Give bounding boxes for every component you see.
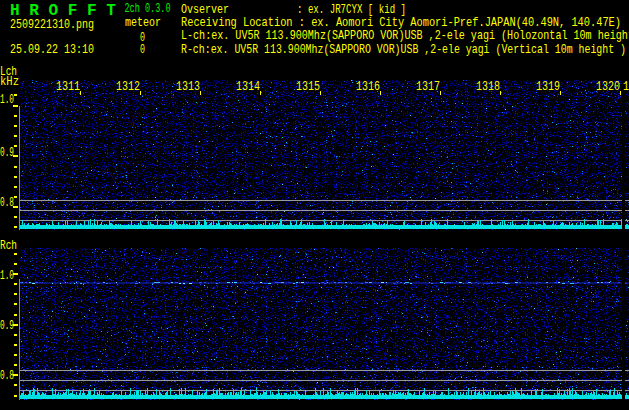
svg-text:L-ch:ex. UV5R 113.900Mhz(SAPPO: L-ch:ex. UV5R 113.900Mhz(SAPPORO VOR)USB…: [181, 30, 629, 43]
svg-text:1314: 1314: [236, 80, 260, 93]
svg-text:10: 10: [623, 80, 629, 93]
svg-text:Rch: Rch: [0, 239, 17, 252]
svg-text:1311: 1311: [56, 80, 80, 93]
svg-text:1315: 1315: [296, 80, 320, 93]
svg-text:2509221310.png: 2509221310.png: [10, 18, 94, 31]
svg-text:1318: 1318: [476, 80, 500, 93]
svg-text:1312: 1312: [116, 80, 140, 93]
svg-text:: ex. JR7CYX [ kid ]: : ex. JR7CYX [ kid ]: [297, 3, 406, 16]
svg-text:1319: 1319: [536, 80, 560, 93]
svg-text:Ovserver: Ovserver: [181, 3, 229, 16]
svg-text:1.0: 1.0: [0, 94, 14, 107]
svg-text:25.09.22 13:10: 25.09.22 13:10: [10, 43, 94, 56]
svg-text:kHz: kHz: [0, 76, 19, 89]
svg-text:0: 0: [140, 43, 145, 56]
svg-text:Receiving Location : ex. Aomor: Receiving Location : ex. Aomori City Aom…: [181, 16, 621, 29]
svg-text:1313: 1313: [176, 80, 200, 93]
svg-text:R-ch:ex. UV5R 113.900Mhz(SAPPO: R-ch:ex. UV5R 113.900Mhz(SAPPORO VOR)USB…: [181, 43, 626, 56]
svg-text:meteor: meteor: [125, 16, 161, 29]
svg-text:1.0: 1.0: [0, 269, 14, 282]
svg-text:2ch 0.3.0: 2ch 0.3.0: [125, 3, 171, 16]
svg-text:1317: 1317: [416, 80, 440, 93]
svg-text:1316: 1316: [356, 80, 380, 93]
svg-text:0.9: 0.9: [0, 319, 14, 332]
svg-text:0.8: 0.8: [0, 197, 14, 210]
svg-text:1320: 1320: [596, 80, 620, 93]
svg-text:0.9: 0.9: [0, 146, 14, 159]
svg-text:0.8: 0.8: [0, 370, 14, 383]
